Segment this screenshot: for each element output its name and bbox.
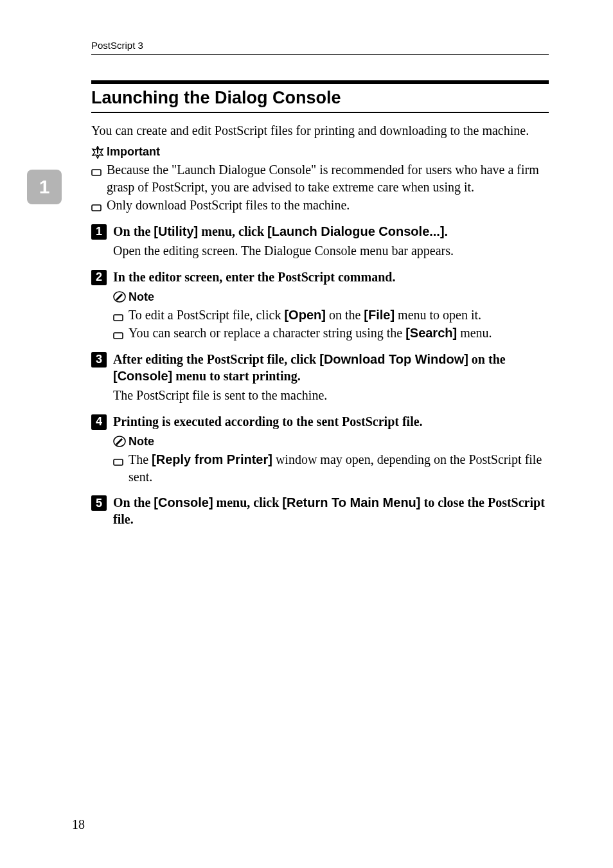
intro-paragraph: You can create and edit PostScript files… bbox=[91, 122, 549, 139]
list-item: To edit a PostScript file, click [Open] … bbox=[113, 306, 549, 324]
step-2-text: In the editor screen, enter the PostScri… bbox=[113, 269, 395, 285]
text-fragment: menu. bbox=[457, 326, 492, 340]
text-fragment: On the bbox=[113, 495, 154, 509]
menu-name: [Search] bbox=[405, 326, 457, 340]
note-label: Note bbox=[129, 435, 154, 448]
text-fragment: On the bbox=[113, 224, 154, 238]
bullet-icon bbox=[113, 328, 123, 338]
text-fragment: menu to open it. bbox=[395, 308, 481, 322]
list-item-text: Because the "Launch Dialogue Console" is… bbox=[107, 161, 549, 195]
step-1-follow: Open the editing screen. The Dialogue Co… bbox=[113, 242, 549, 260]
section-top-rule bbox=[91, 80, 549, 84]
svg-rect-3 bbox=[92, 205, 101, 211]
text-fragment: menu to start printing. bbox=[172, 369, 300, 383]
bullet-icon bbox=[91, 164, 102, 175]
command-name: [Open] bbox=[284, 308, 325, 322]
command-name: [Download Top Window] bbox=[319, 352, 468, 366]
chapter-tab: 1 bbox=[27, 170, 62, 204]
star-icon bbox=[91, 146, 104, 159]
step-5-text: On the [Console] menu, click [Return To … bbox=[113, 494, 549, 527]
command-name: [Return To Main Menu] bbox=[282, 495, 420, 509]
step-number-icon: 3 bbox=[91, 352, 107, 368]
menu-name: [Utility] bbox=[154, 224, 198, 238]
step-3-follow: The PostScript file is sent to the machi… bbox=[113, 387, 549, 404]
text-fragment: menu, click bbox=[198, 224, 267, 238]
svg-rect-5 bbox=[114, 315, 123, 321]
step-number-icon: 2 bbox=[91, 270, 107, 285]
list-item-text: The [Reply from Printer] window may open… bbox=[129, 451, 549, 485]
svg-rect-6 bbox=[114, 333, 123, 339]
text-fragment: menu, click bbox=[213, 495, 283, 509]
step-5: 5 On the [Console] menu, click [Return T… bbox=[91, 494, 549, 527]
svg-rect-8 bbox=[114, 459, 123, 465]
step-4: 4 Printing is executed according to the … bbox=[91, 413, 549, 430]
page-number: 18 bbox=[72, 817, 85, 832]
bullet-icon bbox=[91, 200, 102, 210]
menu-name: [Console] bbox=[154, 495, 213, 509]
step-1-text: On the [Utility] menu, click [Launch Dia… bbox=[113, 223, 448, 240]
important-label: Important bbox=[107, 145, 160, 159]
pencil-icon bbox=[113, 435, 126, 448]
step-3-text: After editing the PostScript file, click… bbox=[113, 351, 549, 384]
list-item: Because the "Launch Dialogue Console" is… bbox=[91, 161, 549, 195]
step-2-note-heading: Note bbox=[113, 290, 549, 304]
bullet-icon bbox=[113, 310, 123, 320]
text-fragment: You can search or replace a character st… bbox=[129, 326, 405, 340]
step-number-icon: 4 bbox=[91, 414, 107, 430]
text-fragment: on the bbox=[468, 352, 506, 366]
svg-point-1 bbox=[97, 154, 98, 155]
list-item: Only download PostScript files to the ma… bbox=[91, 197, 549, 214]
step-number-icon: 5 bbox=[91, 495, 107, 511]
important-list: Because the "Launch Dialogue Console" is… bbox=[91, 161, 549, 214]
menu-name: [File] bbox=[364, 308, 395, 322]
text-fragment: To edit a PostScript file, click bbox=[129, 308, 284, 322]
step-1: 1 On the [Utility] menu, click [Launch D… bbox=[91, 223, 549, 240]
step-3: 3 After editing the PostScript file, cli… bbox=[91, 351, 549, 384]
step-4-note-heading: Note bbox=[113, 435, 549, 448]
step-2: 2 In the editor screen, enter the PostSc… bbox=[91, 269, 549, 285]
document-page: PostScript 3 1 Launching the Dialog Cons… bbox=[0, 0, 613, 868]
list-item-text: Only download PostScript files to the ma… bbox=[107, 197, 549, 214]
chapter-number: 1 bbox=[39, 176, 50, 198]
text-fragment: on the bbox=[326, 308, 364, 322]
step-4-notes: The [Reply from Printer] window may open… bbox=[113, 451, 549, 485]
text-fragment: The bbox=[129, 452, 152, 466]
section-title: Launching the Dialog Console bbox=[91, 88, 549, 113]
window-name: [Reply from Printer] bbox=[152, 452, 272, 466]
command-name: [Launch Dialogue Console...]. bbox=[267, 224, 448, 238]
header-bar: PostScript 3 bbox=[91, 40, 549, 55]
note-label: Note bbox=[129, 290, 154, 304]
list-item: The [Reply from Printer] window may open… bbox=[113, 451, 549, 485]
svg-rect-2 bbox=[92, 170, 101, 175]
step-4-text: Printing is executed according to the se… bbox=[113, 413, 423, 430]
step-2-notes: To edit a PostScript file, click [Open] … bbox=[113, 306, 549, 342]
important-heading: Important bbox=[91, 145, 549, 159]
step-number-icon: 1 bbox=[91, 224, 107, 240]
list-item-text: To edit a PostScript file, click [Open] … bbox=[129, 306, 549, 324]
body-content: You can create and edit PostScript files… bbox=[91, 122, 549, 527]
list-item-text: You can search or replace a character st… bbox=[129, 324, 549, 342]
text-fragment: After editing the PostScript file, click bbox=[113, 352, 319, 366]
menu-name: [Console] bbox=[113, 369, 172, 383]
pencil-icon bbox=[113, 290, 126, 303]
header-left-text: PostScript 3 bbox=[91, 40, 143, 51]
list-item: You can search or replace a character st… bbox=[113, 324, 549, 342]
bullet-icon bbox=[113, 454, 123, 465]
